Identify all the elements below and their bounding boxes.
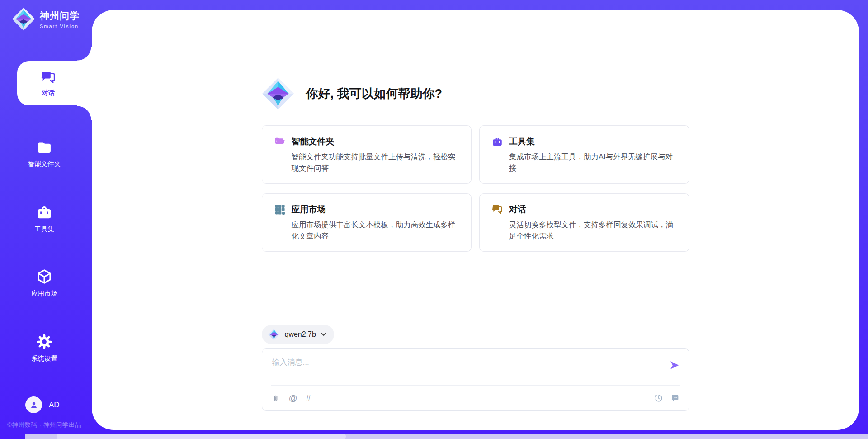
sidebar-item-label: 工具集 <box>34 225 54 234</box>
horizontal-scrollbar-thumb[interactable] <box>57 434 346 439</box>
sidebar-item-chat[interactable]: 对话 <box>17 61 95 105</box>
card-description: 集成市场上主流工具，助力AI与外界无缝扩展与对接 <box>509 151 677 174</box>
toolbox-icon <box>36 204 53 221</box>
model-selector[interactable]: qwen2:7b <box>262 325 334 344</box>
sidebar-item-smart-folder[interactable]: 智能文件夹 <box>0 138 89 168</box>
avatar <box>25 396 42 413</box>
hash-icon[interactable]: # <box>306 394 311 402</box>
open-folder-icon <box>274 136 286 148</box>
diamond-logo-icon <box>12 7 35 31</box>
active-tab-top-fillet <box>77 47 92 61</box>
history-icon[interactable] <box>654 393 663 403</box>
chevron-down-icon <box>321 331 327 338</box>
diamond-logo-icon <box>268 329 280 340</box>
folder-icon <box>36 138 53 156</box>
chat-icon <box>491 204 503 215</box>
brand-logo: 神州问学 Smart Vision <box>12 7 80 31</box>
toolbox-icon <box>491 136 503 148</box>
card-description: 灵活切换多模型文件，支持多样回复效果调试，满足个性化需求 <box>509 219 677 242</box>
sidebar-item-label: 应用市场 <box>31 289 57 298</box>
gear-icon <box>36 333 53 350</box>
card-description: 智能文件夹功能支持批量文件上传与清洗，轻松实现文件问答 <box>292 151 460 174</box>
message-bubble-icon[interactable] <box>670 393 680 403</box>
chat-icon <box>40 69 57 86</box>
user-name: AD <box>49 401 60 410</box>
card-title: 应用市场 <box>292 204 326 215</box>
message-input[interactable] <box>271 356 868 382</box>
composer-toolbar: @ # <box>271 385 680 410</box>
cube-icon <box>36 268 53 285</box>
main-panel: 你好, 我可以如何帮助你? 智能文件夹 智能文件夹功能支持批量文件上传与清洗，轻… <box>92 10 859 430</box>
at-icon[interactable]: @ <box>289 394 297 402</box>
sidebar-item-label: 系统设置 <box>31 354 57 363</box>
send-button[interactable] <box>669 360 680 371</box>
send-icon <box>669 360 680 371</box>
user-account[interactable]: AD <box>25 396 60 413</box>
sidebar-item-label: 对话 <box>42 89 55 97</box>
feature-cards: 智能文件夹 智能文件夹功能支持批量文件上传与清洗，轻松实现文件问答 工具集 集成… <box>262 125 689 252</box>
copyright-footer: ©神州数码 · 神州问学出品 <box>7 421 81 429</box>
greeting: 你好, 我可以如何帮助你? <box>262 77 689 110</box>
active-tab-bottom-fillet <box>77 105 92 120</box>
card-title: 工具集 <box>509 136 535 148</box>
brand-subtitle: Smart Vision <box>40 24 80 29</box>
user-avatar-icon <box>29 400 39 410</box>
sidebar-item-label: 智能文件夹 <box>28 160 61 168</box>
greeting-title: 你好, 我可以如何帮助你? <box>306 86 443 102</box>
card-title: 对话 <box>509 204 526 215</box>
diamond-logo-icon <box>262 77 294 110</box>
app-window: 神州问学 Smart Vision 对话 智能文件夹 工具集 应用市场 <box>0 0 868 439</box>
paperclip-icon[interactable] <box>271 394 280 403</box>
card-title: 智能文件夹 <box>292 136 335 148</box>
sidebar-item-toolset[interactable]: 工具集 <box>0 204 89 234</box>
card-smart-folder[interactable]: 智能文件夹 智能文件夹功能支持批量文件上传与清洗，轻松实现文件问答 <box>262 125 472 184</box>
sidebar-item-settings[interactable]: 系统设置 <box>0 333 89 363</box>
message-composer: @ # <box>262 348 689 411</box>
card-chat[interactable]: 对话 灵活切换多模型文件，支持多样回复效果调试，满足个性化需求 <box>479 193 689 252</box>
card-description: 应用市场提供丰富长文本模板，助力高效生成多样化文章内容 <box>292 219 460 242</box>
card-toolset[interactable]: 工具集 集成市场上主流工具，助力AI与外界无缝扩展与对接 <box>479 125 689 184</box>
brand-name: 神州问学 <box>40 10 80 22</box>
card-app-market[interactable]: 应用市场 应用市场提供丰富长文本模板，助力高效生成多样化文章内容 <box>262 193 472 252</box>
grid-icon <box>274 204 286 215</box>
sidebar-item-app-market[interactable]: 应用市场 <box>0 268 89 298</box>
model-name: qwen2:7b <box>285 330 316 339</box>
